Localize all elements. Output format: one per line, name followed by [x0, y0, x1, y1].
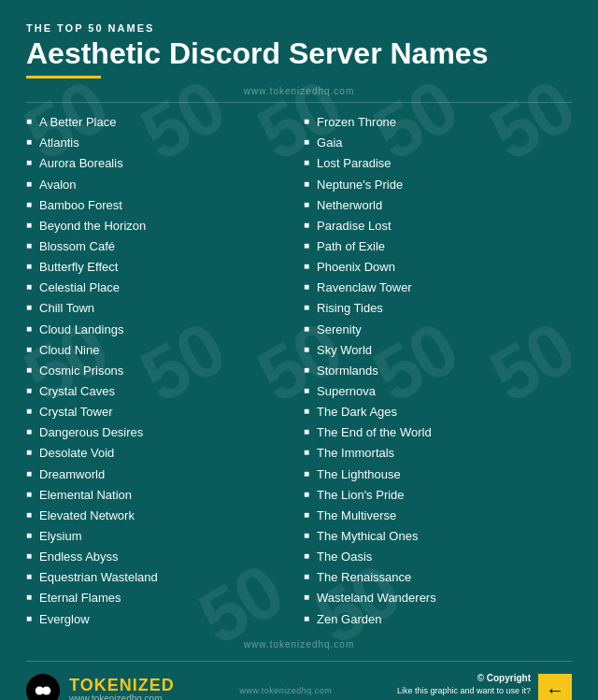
item-label: Avalon — [39, 176, 77, 194]
item-label: Paradise Lost — [317, 217, 392, 236]
list-item: ■Zen Garden — [304, 609, 572, 630]
bullet-icon: ■ — [26, 155, 32, 170]
list-item: ■Sky World — [304, 340, 572, 361]
item-label: Everglow — [39, 610, 89, 629]
list-item: ■Endless Abyss — [26, 547, 294, 567]
bullet-icon: ■ — [304, 404, 309, 419]
arrow-box[interactable]: ← — [538, 674, 572, 700]
item-label: Zen Garden — [317, 610, 381, 629]
right-column: ■Frozen Throne■Gaia■Lost Paradise■Neptun… — [304, 112, 572, 630]
item-label: Crystal Caves — [39, 382, 115, 401]
list-item: ■Stormlands — [304, 361, 572, 381]
bullet-icon: ■ — [26, 218, 32, 233]
list-item: ■Gaia — [304, 133, 572, 153]
item-label: Dangerous Desires — [39, 423, 143, 442]
list-item: ■Beyond the Horizon — [26, 216, 294, 236]
list-item: ■Serenity — [304, 320, 572, 340]
bullet-icon: ■ — [26, 321, 32, 336]
list-item: ■Phoenix Down — [304, 257, 572, 278]
list-item: ■Chill Town — [26, 298, 294, 319]
item-label: Elysium — [39, 527, 82, 546]
list-item: ■Dreamworld — [26, 464, 294, 485]
bullet-icon: ■ — [26, 259, 32, 274]
bullet-icon: ■ — [304, 424, 309, 439]
item-label: Wasteland Wanderers — [317, 589, 436, 607]
item-label: Rising Tides — [317, 299, 383, 318]
list-item: ■Eternal Flames — [26, 588, 294, 608]
bullet-icon: ■ — [304, 279, 309, 294]
item-label: Equestrian Wasteland — [39, 568, 158, 587]
bullet-icon: ■ — [304, 114, 309, 129]
bullet-icon: ■ — [26, 445, 32, 460]
item-label: The End of the World — [317, 423, 432, 442]
bullet-icon: ■ — [304, 197, 309, 212]
list-item: ■Wasteland Wanderers — [304, 588, 572, 608]
bullet-icon: ■ — [304, 507, 309, 522]
list-item: ■Cloud Nine — [26, 340, 294, 361]
bullet-icon: ■ — [304, 528, 309, 543]
list-item: ■Dangerous Desires — [26, 422, 294, 443]
item-label: The Mythical Ones — [317, 527, 418, 546]
bullet-icon: ■ — [304, 445, 309, 460]
list-item: ■The Renaissance — [304, 567, 572, 588]
item-label: Sky World — [317, 341, 372, 360]
bullet-icon: ■ — [304, 135, 309, 150]
bullet-icon: ■ — [304, 549, 309, 564]
item-label: A Better Place — [39, 113, 116, 132]
item-label: Crystal Tower — [39, 403, 113, 421]
list-item: ■Butterfly Effect — [26, 257, 294, 278]
bullet-icon: ■ — [26, 611, 32, 626]
item-label: Phoenix Down — [317, 258, 395, 277]
bullet-icon: ■ — [26, 466, 32, 481]
list-item: ■Frozen Throne — [304, 112, 572, 133]
header-watermark-url: www.tokenizedhq.com — [26, 86, 572, 96]
logo-url: www.tokenizedhq.com — [69, 693, 175, 700]
bullet-icon: ■ — [26, 300, 32, 315]
logo-brand: TOKENIZED — [69, 677, 175, 693]
footer-watermark-url: www.tokenizedhq.com — [26, 639, 572, 650]
footer-center-watermark: www.tokenizedhq.com — [175, 686, 397, 695]
bullet-icon: ■ — [304, 466, 309, 481]
list-item: ■Crystal Caves — [26, 381, 294, 402]
item-label: The Lion's Pride — [317, 486, 405, 505]
main-container: The Top 50 Names Aesthetic Discord Serve… — [0, 0, 598, 700]
item-label: The Lighthouse — [317, 465, 401, 484]
list-item: ■Celestial Place — [26, 278, 294, 298]
bullet-icon: ■ — [304, 342, 309, 357]
list-item: ■The End of the World — [304, 422, 572, 443]
item-label: Eternal Flames — [39, 589, 121, 607]
item-label: The Renaissance — [317, 568, 411, 587]
bullet-icon: ■ — [304, 590, 309, 605]
bullet-icon: ■ — [304, 259, 309, 274]
main-title: Aesthetic Discord Server Names — [26, 37, 572, 70]
list-item: ■Elysium — [26, 526, 294, 547]
list-item: ■Cosmic Prisons — [26, 361, 294, 381]
list-item: ■The Immortals — [304, 443, 572, 464]
list-item: ■Paradise Lost — [304, 216, 572, 236]
item-label: Dreamworld — [39, 465, 105, 484]
bullet-icon: ■ — [304, 611, 309, 626]
item-label: Endless Abyss — [39, 548, 119, 566]
bullet-icon: ■ — [26, 197, 32, 212]
item-label: Desolate Void — [39, 444, 114, 463]
top-label: The Top 50 Names — [26, 22, 572, 34]
item-label: Elemental Nation — [39, 486, 132, 505]
bullet-icon: ■ — [304, 321, 309, 336]
copyright-text: © Copyright Like this graphic and want t… — [397, 671, 531, 700]
footer-right: © Copyright Like this graphic and want t… — [397, 671, 572, 700]
list-item: ■Supernova — [304, 381, 572, 402]
list-item: ■Avalon — [26, 175, 294, 195]
bullet-icon: ■ — [304, 487, 309, 502]
bullet-icon: ■ — [304, 177, 309, 192]
list-item: ■The Mythical Ones — [304, 526, 572, 547]
bullet-icon: ■ — [304, 155, 309, 170]
bullet-icon: ■ — [26, 487, 32, 502]
item-label: Aurora Borealis — [39, 154, 123, 173]
bullet-icon: ■ — [304, 569, 309, 584]
list-item: ■Ravenclaw Tower — [304, 278, 572, 298]
columns-container: ■A Better Place■Atlantis■Aurora Borealis… — [26, 112, 572, 630]
list-item: ■Netherworld — [304, 195, 572, 216]
list-item: ■Bamboo Forest — [26, 195, 294, 216]
header-divider — [26, 102, 572, 103]
item-label: Stormlands — [317, 362, 378, 380]
